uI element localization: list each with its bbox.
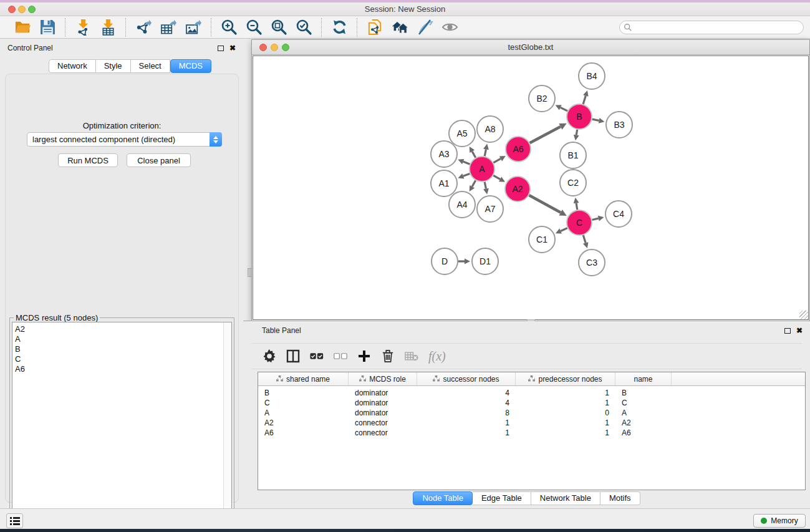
- table-cell[interactable]: 1: [516, 428, 615, 437]
- graph-edge-B-B4[interactable]: [583, 96, 586, 104]
- export-image-icon[interactable]: [181, 18, 206, 37]
- graph-node-A3[interactable]: A3: [431, 141, 457, 167]
- graph-edge-A6-B[interactable]: [530, 127, 561, 143]
- eye-icon[interactable]: [437, 18, 462, 37]
- column-header-name[interactable]: name: [615, 372, 672, 385]
- graph-node-C[interactable]: C: [567, 210, 592, 235]
- table-cell[interactable]: 1: [516, 399, 615, 407]
- duplicate-network-icon[interactable]: [362, 18, 387, 37]
- table-cell[interactable]: 1: [516, 418, 615, 427]
- import-network-icon[interactable]: [70, 18, 95, 37]
- zoom-fit-icon[interactable]: [266, 18, 291, 37]
- result-list-scrollbar[interactable]: [223, 322, 231, 530]
- memory-button[interactable]: Memory: [753, 514, 806, 528]
- table-float-panel-icon[interactable]: [784, 328, 791, 334]
- gear-icon[interactable]: [258, 346, 281, 366]
- table-cell[interactable]: C: [258, 399, 349, 407]
- mcds-result-item[interactable]: B: [15, 344, 231, 354]
- table-cell[interactable]: B: [615, 389, 672, 397]
- graph-edge-A-A1[interactable]: [463, 173, 470, 176]
- tab-select[interactable]: Select: [131, 59, 170, 73]
- graph-edge-A-A2[interactable]: [493, 175, 500, 179]
- table-cell[interactable]: dominator: [349, 409, 417, 417]
- table-cell[interactable]: dominator: [349, 399, 417, 407]
- graph-node-B1[interactable]: B1: [560, 142, 586, 168]
- mcds-result-list[interactable]: A2ABCA6: [12, 322, 232, 530]
- zoom-out-icon[interactable]: [241, 18, 266, 37]
- hide-graphics-details-icon[interactable]: [412, 18, 437, 37]
- table-cell[interactable]: 0: [516, 409, 615, 417]
- table-cell[interactable]: A2: [615, 418, 672, 427]
- network-window-title-bar[interactable]: testGlobe.txt: [252, 40, 809, 55]
- table-cell[interactable]: A6: [615, 428, 672, 437]
- column-header-successor-nodes[interactable]: successor nodes: [417, 372, 516, 385]
- mcds-result-item[interactable]: A2: [15, 324, 231, 334]
- table-cell[interactable]: dominator: [349, 389, 417, 397]
- zoom-selected-icon[interactable]: [291, 18, 316, 37]
- graph-edge-A2-C[interactable]: [529, 195, 561, 213]
- table-cell[interactable]: A: [615, 409, 672, 417]
- graph-edge-C-C3[interactable]: [583, 235, 586, 243]
- export-table-icon[interactable]: [156, 18, 181, 37]
- graph-node-C1[interactable]: C1: [529, 226, 555, 253]
- table-row[interactable]: Bdominator41B: [258, 388, 805, 398]
- save-session-icon[interactable]: [35, 18, 60, 37]
- graph-node-B[interactable]: B: [567, 104, 592, 129]
- criterion-dropdown[interactable]: largest connected component (directed): [27, 132, 222, 147]
- table-close-panel-icon[interactable]: ✖: [796, 326, 803, 335]
- graph-edge-A-A7[interactable]: [485, 182, 486, 189]
- network-canvas[interactable]: B4B2BB3A8A5A6A3B1AC2A1A2A4A7C4CC1DD1C3: [253, 56, 809, 320]
- graph-node-A2[interactable]: A2: [505, 177, 530, 201]
- table-cell[interactable]: 8: [417, 409, 516, 417]
- graph-edge-A-A6[interactable]: [493, 158, 501, 162]
- table-cell[interactable]: A: [258, 409, 349, 417]
- graph-edge-C-C1[interactable]: [561, 228, 567, 231]
- search-input[interactable]: [632, 22, 803, 33]
- graph-edge-A-A5[interactable]: [472, 152, 476, 158]
- graph-node-B2[interactable]: B2: [529, 85, 555, 112]
- open-session-icon[interactable]: [10, 18, 35, 37]
- table-cell[interactable]: connector: [349, 428, 417, 437]
- column-header-shared-name[interactable]: shared name: [258, 372, 349, 385]
- minimize-traffic-light[interactable]: [18, 6, 26, 13]
- table-cell[interactable]: 1: [516, 389, 615, 397]
- run-mcds-button[interactable]: Run MCDS: [58, 153, 118, 167]
- table-row[interactable]: Adominator80A: [258, 408, 805, 418]
- graph-node-D1[interactable]: D1: [472, 248, 498, 274]
- tab-motifs[interactable]: Motifs: [600, 491, 640, 505]
- table-cell[interactable]: B: [258, 389, 349, 397]
- mcds-result-item[interactable]: C: [15, 354, 231, 364]
- tab-network[interactable]: Network: [49, 59, 96, 73]
- table-cell[interactable]: C: [615, 399, 672, 407]
- close-panel-button[interactable]: Close panel: [127, 153, 191, 167]
- tab-mcds[interactable]: MCDS: [170, 59, 211, 73]
- graph-node-A1[interactable]: A1: [431, 170, 457, 196]
- graph-node-C2[interactable]: C2: [560, 170, 586, 196]
- tab-network-table[interactable]: Network Table: [531, 491, 600, 505]
- delete-table-icon[interactable]: [400, 346, 423, 366]
- close-panel-icon[interactable]: ✖: [229, 44, 236, 52]
- graph-edge-B-B3[interactable]: [592, 119, 599, 120]
- float-panel-icon[interactable]: [218, 46, 224, 51]
- network-zoom-traffic-light[interactable]: [282, 44, 289, 51]
- function-builder-button[interactable]: f(x): [428, 349, 446, 364]
- graph-node-D[interactable]: D: [432, 248, 458, 274]
- column-header-predecessor-nodes[interactable]: predecessor nodes: [516, 372, 615, 385]
- graph-node-A[interactable]: A: [470, 157, 494, 181]
- table-cell[interactable]: connector: [349, 418, 417, 427]
- graph-edge-A-A3[interactable]: [463, 162, 470, 164]
- window-resize-grip[interactable]: [799, 311, 808, 319]
- table-cell[interactable]: 4: [417, 399, 516, 407]
- table-row[interactable]: A2connector11A2: [258, 418, 805, 428]
- import-table-icon[interactable]: [95, 18, 120, 37]
- add-row-icon[interactable]: [352, 346, 376, 366]
- refresh-icon[interactable]: [327, 18, 352, 37]
- deselect-all-icon[interactable]: [329, 346, 352, 366]
- graph-node-C3[interactable]: C3: [579, 249, 605, 276]
- graph-node-A4[interactable]: A4: [449, 191, 475, 218]
- home-icon[interactable]: [387, 18, 412, 37]
- graph-edge-B-B2[interactable]: [561, 107, 567, 111]
- graph-edge-C-C4[interactable]: [592, 218, 598, 220]
- graph-node-A7[interactable]: A7: [477, 196, 503, 222]
- select-all-icon[interactable]: [305, 346, 329, 366]
